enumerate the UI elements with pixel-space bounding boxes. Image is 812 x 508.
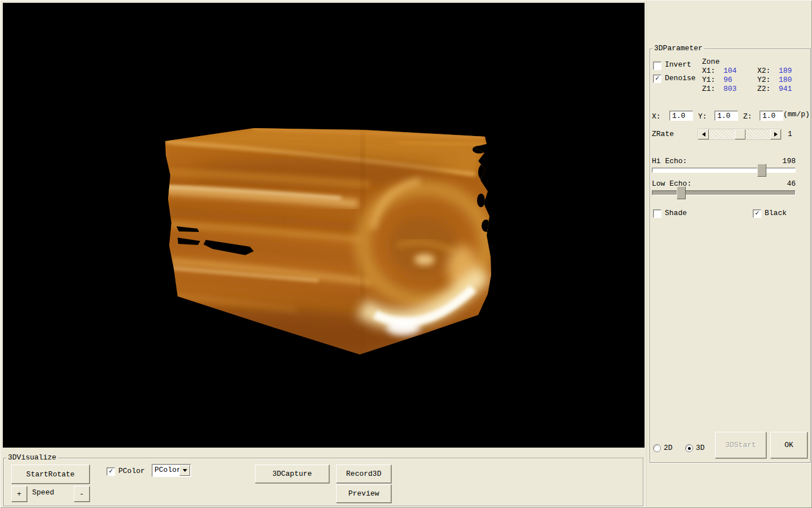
parameter-groupbox: 3DParameter Invert ✓ Denoise Zone X1: 10…	[650, 49, 811, 463]
start3d-button[interactable]: 3DStart	[715, 432, 766, 458]
pcolor-checkbox[interactable]: ✓	[107, 467, 115, 476]
zone-z2-label: Z2:	[757, 85, 770, 94]
hi-echo-label: Hi Echo:	[652, 157, 687, 166]
preview-button[interactable]: Preview	[336, 484, 391, 503]
low-echo-thumb[interactable]	[677, 186, 686, 199]
zone-x1-label: X1:	[702, 67, 715, 76]
hi-echo-thumb[interactable]	[757, 164, 766, 177]
scale-x-label: X:	[652, 112, 661, 121]
panel-divider	[646, 0, 647, 508]
render-viewport[interactable]	[3, 3, 645, 448]
mode-3d-radio[interactable]	[685, 444, 693, 452]
zrate-scrollbar[interactable]	[698, 129, 782, 140]
zone-y1-label: Y1:	[702, 76, 715, 85]
zone-x2-value: 189	[779, 67, 792, 76]
scale-y-label: Y:	[698, 112, 707, 121]
mode-2d-radio[interactable]	[653, 444, 661, 452]
parameter-group-title: 3DParameter	[652, 44, 704, 53]
zone-x1-value: 104	[723, 67, 736, 76]
denoise-label: Denoise	[665, 74, 696, 83]
pcolor-dropdown-button[interactable]	[179, 465, 190, 476]
black-checkbox[interactable]: ✓	[753, 209, 761, 218]
arrow-left-icon	[702, 132, 705, 137]
low-echo-value: 46	[780, 179, 796, 189]
speed-minus-button[interactable]: -	[74, 486, 90, 502]
visualize-groupbox: 3DVisualize StartRotate ✓ PColor PColor …	[3, 458, 643, 506]
zone-y1-value: 96	[723, 76, 732, 85]
shade-label: Shade	[665, 209, 687, 218]
zone-z2-value: 941	[779, 85, 792, 94]
pcolor-dropdown[interactable]: PColor	[152, 464, 191, 477]
denoise-checkbox[interactable]: ✓	[653, 75, 661, 83]
shade-checkbox[interactable]	[653, 209, 661, 218]
scale-y-input[interactable]	[714, 111, 738, 121]
chevron-down-icon	[183, 469, 187, 472]
zrate-left-button[interactable]	[698, 129, 709, 139]
app-window: 3DParameter Invert ✓ Denoise Zone X1: 10…	[0, 0, 812, 508]
capture3d-button[interactable]: 3DCapture	[255, 465, 329, 483]
zone-z1-value: 803	[723, 85, 736, 94]
start-rotate-button[interactable]: StartRotate	[11, 465, 90, 484]
invert-checkbox[interactable]	[653, 62, 661, 70]
scale-unit-label: (mm/p)	[783, 110, 810, 119]
speed-label: Speed	[32, 488, 54, 497]
scale-z-input[interactable]	[760, 111, 783, 121]
zone-x2-label: X2:	[757, 67, 770, 76]
visualize-group-title: 3DVisualize	[6, 453, 58, 462]
ok-button[interactable]: OK	[770, 432, 807, 458]
scale-x-input[interactable]	[669, 111, 693, 121]
pcolor-dropdown-value: PColor	[155, 466, 181, 474]
invert-label: Invert	[665, 60, 691, 69]
zone-y2-value: 180	[779, 76, 792, 85]
zone-z1-label: Z1:	[702, 85, 715, 94]
radio-dot-icon	[688, 447, 691, 450]
zrate-thumb[interactable]	[735, 129, 745, 139]
black-label: Black	[765, 209, 787, 218]
low-echo-slider[interactable]	[652, 190, 796, 195]
scale-z-label: Z:	[743, 112, 752, 121]
hi-echo-slider[interactable]	[652, 168, 796, 173]
record3d-button[interactable]: Record3D	[336, 465, 391, 483]
hi-echo-value: 198	[780, 157, 796, 166]
mode-3d-label: 3D	[696, 444, 705, 453]
volume-render	[3, 3, 645, 448]
speed-plus-button[interactable]: +	[11, 486, 27, 502]
zrate-label: ZRate	[652, 130, 674, 139]
zrate-right-button[interactable]	[770, 129, 781, 139]
pcolor-label: PColor	[118, 467, 145, 476]
mode-2d-label: 2D	[664, 444, 673, 453]
zrate-value: 1	[788, 130, 792, 139]
zone-title: Zone	[702, 58, 720, 67]
zone-y2-label: Y2:	[757, 76, 770, 85]
arrow-right-icon	[774, 132, 778, 137]
